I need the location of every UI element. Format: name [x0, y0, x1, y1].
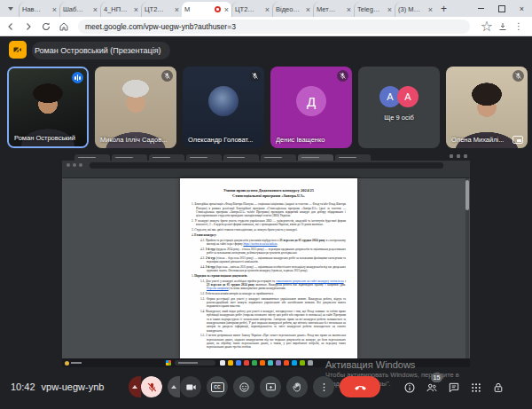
window-controls: × [471, 0, 532, 17]
speaking-indicator-icon [72, 72, 83, 83]
chat-panel-button[interactable] [447, 381, 461, 395]
tab-title: М [184, 5, 215, 13]
document-paragraph: 4.3. 2-й тур (січень – березень 2025 рок… [200, 256, 346, 264]
address-bar[interactable]: meet.google.com/vpw-uegw-ynb?authuser=3 [78, 20, 470, 34]
avatar-letter: Д [307, 94, 316, 109]
new-tab-button[interactable]: + [441, 3, 447, 15]
activities-button[interactable] [469, 381, 483, 395]
participant-tile[interactable]: Роман Островський [7, 67, 89, 148]
back-button[interactable] [4, 20, 18, 34]
participant-tile[interactable]: Д Денис Іващенко [270, 67, 352, 148]
mic-off-icon [337, 70, 348, 82]
tab-close-icon[interactable]: × [93, 6, 98, 13]
meeting-details-button[interactable] [403, 381, 417, 395]
clock: 10:42 [11, 381, 35, 392]
tab-close-icon[interactable]: × [428, 6, 433, 13]
reactions-button[interactable] [233, 376, 254, 397]
forward-arrow-icon [23, 21, 34, 32]
shared-screen[interactable]: Умови проведення Додаткового конкурсу 20… [62, 153, 470, 367]
document-paragraph: 5.4. Конкурсант, який подає роботу для у… [200, 310, 346, 333]
tab-close-icon[interactable]: × [265, 6, 270, 13]
participant-tiles: Роман Островський [7, 67, 528, 148]
phone-hangup-icon [354, 381, 367, 394]
presenter-banner[interactable]: Роман Островський (Презентація) [32, 42, 170, 59]
chevron-up-icon [132, 385, 137, 389]
document-title: Умови проведення Додаткового конкурсу 20… [192, 188, 346, 199]
downloads-button[interactable] [495, 20, 511, 34]
home-button[interactable] [57, 20, 71, 34]
participant-tile[interactable]: A A Ще 9 осіб [358, 67, 440, 148]
participant-tile[interactable]: Микола Ілліч Садов... [95, 67, 176, 148]
document-paragraph: 4.1. Прийом та реєстрація документів уча… [200, 239, 346, 247]
presentation-warning-button[interactable] [9, 41, 27, 59]
meet-stage: Роман Островський (Презентація) [0, 36, 532, 409]
tab-close-icon[interactable]: × [387, 6, 392, 13]
window-maximize-button[interactable] [491, 0, 512, 17]
participant-tile[interactable]: Олександр Головат... [183, 67, 264, 148]
browser-menu-button[interactable]: ⋮ [511, 20, 527, 34]
participant-video [358, 67, 440, 148]
browser-tab[interactable]: М × [182, 2, 231, 17]
captions-icon: CC [211, 382, 224, 392]
url-text: meet.google.com/vpw-uegw-ynb?authuser=3 [85, 22, 236, 31]
browser-tab[interactable]: Відео… × [272, 2, 313, 17]
tab-close-icon[interactable]: × [175, 6, 179, 13]
meeting-info: 10:42 vpw-uegw-ynb [11, 381, 104, 392]
tab-close-icon[interactable]: × [306, 6, 310, 13]
camera-options-button[interactable] [168, 376, 180, 397]
close-icon: × [520, 4, 524, 13]
document-paragraph: 4. Етапи конкурсу: [192, 233, 346, 237]
raise-hand-button[interactable] [286, 376, 308, 397]
mic-button-muted[interactable] [129, 376, 162, 397]
browser-tab[interactable]: ЦТ2… × [141, 2, 182, 17]
apps-grid-icon [470, 381, 482, 394]
browser-tab[interactable]: Teleg… × [354, 2, 395, 17]
present-button[interactable] [260, 376, 281, 397]
mic-toggle[interactable] [141, 376, 162, 397]
participant-count-badge: 15 [431, 373, 442, 382]
browser-tab[interactable]: (3) М… × [395, 2, 435, 17]
meet-controls-bar: 10:42 vpw-uegw-ynb CC [0, 368, 532, 409]
tab-close-icon[interactable]: × [52, 6, 57, 13]
document-paragraph: 4.2. 1-й тур (грудень 2024 року – січень… [200, 248, 346, 256]
pdf-scrollbar [466, 178, 469, 358]
tab-close-icon[interactable]: × [134, 6, 138, 13]
document-page: Умови проведення Додаткового конкурсу 20… [180, 178, 357, 358]
pdf-viewer: Умови проведення Додаткового конкурсу 20… [62, 178, 470, 358]
window-minimize-button[interactable] [471, 0, 491, 17]
tab-close-icon[interactable]: × [224, 6, 229, 13]
chevron-down-icon [8, 7, 13, 11]
window-close-button[interactable]: × [512, 0, 532, 17]
bookmark-button[interactable]: ☆ [479, 20, 495, 34]
more-options-button[interactable] [313, 376, 334, 397]
call-controls: CC [129, 376, 380, 397]
camera-toggle[interactable] [180, 376, 201, 397]
participant-name: Ще 9 осіб [358, 114, 440, 122]
tab-close-icon[interactable]: × [347, 6, 351, 13]
tab-title: Відео… [276, 5, 304, 13]
tab-search-button[interactable] [4, 3, 16, 14]
reload-button[interactable] [39, 20, 53, 34]
browser-tab[interactable]: 4_НП… × [100, 2, 141, 17]
mic-off-icon [161, 70, 173, 82]
camera-button[interactable] [168, 376, 201, 397]
host-controls-button[interactable] [491, 381, 505, 395]
browser-tab[interactable]: Мет… × [313, 2, 354, 17]
browser-tab[interactable]: Шаб… × [59, 2, 100, 17]
captions-button[interactable]: CC [207, 376, 228, 397]
end-call-button[interactable] [340, 376, 380, 397]
mic-off-icon [146, 381, 158, 393]
document-paragraph: 5. Порядок та строки подання документів. [192, 274, 346, 278]
forward-button[interactable] [21, 20, 35, 34]
hand-icon [292, 381, 303, 393]
picture-in-picture-icon [512, 136, 523, 144]
browser-tabs: Нав… × Шаб… × 4_НП… × [19, 0, 435, 17]
more-participants-avatars: A A [358, 86, 440, 107]
browser-tab[interactable]: ЦТ2… × [231, 2, 272, 17]
browser-tab[interactable]: Нав… × [19, 2, 59, 17]
document-paragraph: 2. У конкурсі можуть брати участь студен… [192, 219, 346, 227]
home-icon [59, 21, 69, 32]
mic-options-button[interactable] [129, 376, 141, 397]
participant-tile[interactable]: Олена Михайлі... [446, 67, 528, 148]
people-panel-button[interactable]: 15 [425, 381, 439, 395]
